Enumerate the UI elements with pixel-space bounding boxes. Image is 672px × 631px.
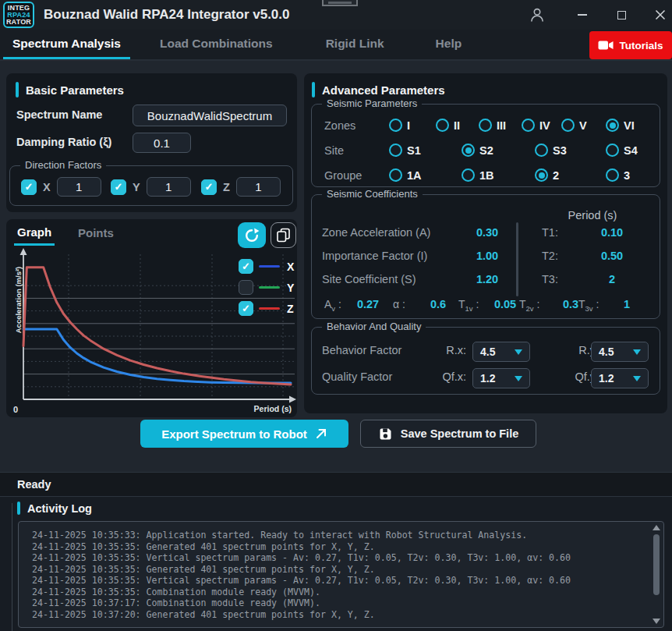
- radio-site-s4[interactable]: [606, 144, 619, 157]
- chevron-down-icon: [633, 349, 641, 355]
- log-line: 24-11-2025 10:35:35: Combination module …: [32, 587, 645, 598]
- log-scrollbar[interactable]: [652, 523, 661, 626]
- radio-option-site-s2[interactable]: S2: [462, 144, 493, 157]
- dropdown-qf-x-[interactable]: 1.2: [472, 368, 530, 388]
- coefficient-label: Site Coefficient (S): [322, 273, 416, 285]
- vcoef-label-t1v: T1v :: [458, 298, 479, 313]
- scroll-down-icon[interactable]: [653, 619, 660, 624]
- save-spectrum-button[interactable]: Save Spectrum to File: [360, 420, 536, 448]
- radio-zones-iv[interactable]: [522, 119, 535, 132]
- save-label: Save Spectrum to File: [401, 427, 519, 440]
- radio-zones-vi[interactable]: [606, 119, 619, 132]
- radio-option-groupe-1b[interactable]: 1B: [462, 168, 494, 182]
- scroll-thumb[interactable]: [653, 534, 660, 595]
- refresh-chart-button[interactable]: [238, 222, 266, 248]
- legend-row-x: ✓X: [239, 259, 294, 274]
- radio-groupe-2[interactable]: [535, 168, 548, 182]
- status-text: Ready: [17, 478, 51, 491]
- close-button[interactable]: [647, 0, 672, 30]
- activity-log-section: Activity Log 24-11-2025 10:35:33: Applic…: [0, 497, 672, 631]
- coefficient-value: 0.30: [460, 226, 515, 239]
- radio-site-s1[interactable]: [389, 144, 402, 157]
- period-value: 2: [581, 273, 643, 285]
- period-title: Period (s): [534, 209, 651, 222]
- radio-option-groupe-2[interactable]: 2: [535, 168, 559, 182]
- direction-factor-input-x[interactable]: 1: [57, 177, 101, 197]
- direction-factor-input-y[interactable]: 1: [147, 177, 191, 197]
- radio-option-groupe-3[interactable]: 3: [606, 168, 630, 182]
- radio-site-s3[interactable]: [535, 144, 548, 157]
- direction-checkbox-y[interactable]: ✓: [111, 179, 126, 195]
- tab-points[interactable]: Points: [78, 226, 114, 239]
- activity-log-title: Activity Log: [27, 502, 92, 515]
- radio-option-zones-vi[interactable]: VI: [606, 119, 635, 132]
- advanced-parameters-card: Advanced Parameters Seismic Parameters Z…: [304, 73, 667, 413]
- coefficient-row-site-coefficient-s-: Site Coefficient (S)1.20: [312, 273, 515, 290]
- logo-line-3: RATOR: [6, 19, 31, 26]
- scroll-up-icon[interactable]: [653, 525, 660, 530]
- radio-zones-i[interactable]: [389, 119, 402, 132]
- radio-zones-v[interactable]: [561, 119, 575, 132]
- radio-option-zones-i[interactable]: I: [389, 119, 410, 132]
- copy-chart-button[interactable]: [271, 222, 296, 248]
- direction-factor-input-z[interactable]: 1: [236, 177, 281, 197]
- tab-help[interactable]: Help: [426, 30, 472, 59]
- radio-groupe-1b[interactable]: [462, 168, 475, 182]
- radio-option-zones-iv[interactable]: IV: [522, 119, 550, 132]
- legend-label: Z: [287, 303, 294, 315]
- direction-checkbox-z[interactable]: ✓: [201, 179, 217, 195]
- period-label: T1:: [542, 226, 558, 239]
- tab-rigid-link[interactable]: Rigid Link: [317, 30, 394, 59]
- radio-option-site-s3[interactable]: S3: [535, 144, 567, 157]
- radio-option-zones-iii[interactable]: III: [479, 119, 506, 132]
- legend-label: X: [287, 261, 294, 273]
- direction-checkbox-x[interactable]: ✓: [21, 179, 37, 195]
- basic-parameters-title: Basic Parameters: [26, 83, 124, 97]
- tab-load-combinations[interactable]: Load Combinations: [150, 30, 282, 59]
- radio-option-site-s1[interactable]: S1: [389, 144, 421, 157]
- radio-site-s2[interactable]: [462, 144, 475, 157]
- copy-icon: [276, 228, 291, 243]
- export-spectrum-button[interactable]: Export Spectrum to Robot: [140, 420, 348, 448]
- damping-ratio-input[interactable]: 0.1: [133, 133, 191, 153]
- activity-log-box[interactable]: 24-11-2025 10:35:33: Application started…: [18, 521, 664, 628]
- radio-zones-iii[interactable]: [479, 119, 492, 132]
- series-x: [23, 329, 291, 383]
- seismic-coefficients-title: Seismic Coefficients: [322, 188, 423, 200]
- period-label: T2:: [542, 250, 558, 262]
- radio-option-zones-v[interactable]: V: [561, 119, 587, 132]
- period-row-t2-: T2:0.50: [534, 250, 659, 267]
- period-row-t1-: T1:0.10: [534, 226, 659, 243]
- radio-groupe-3[interactable]: [606, 168, 619, 182]
- radio-dot: [465, 147, 472, 154]
- tab-spectrum-analysis[interactable]: Spectrum Analysis: [3, 30, 130, 59]
- radio-option-zones-ii[interactable]: II: [436, 119, 460, 132]
- basic-parameters-card: Basic Parameters Spectrum Name BouznadWa…: [6, 73, 297, 212]
- maximize-button[interactable]: [608, 0, 635, 30]
- coefficient-value: 1.20: [460, 273, 515, 285]
- legend-row-z: ✓Z: [239, 301, 294, 316]
- direction-axis-label: Z: [223, 181, 230, 193]
- dropdown-r-x-[interactable]: 4.5: [472, 342, 530, 362]
- legend-checkbox-x[interactable]: ✓: [239, 259, 253, 274]
- direction-factor-y: ✓Y1: [111, 177, 191, 197]
- vcoef-value--: 0.6: [418, 298, 458, 310]
- seismic-row-groupe: Groupe1A1B23: [322, 168, 653, 186]
- minimize-button[interactable]: [569, 0, 596, 30]
- spectrum-name-input[interactable]: BouznadWalidSpectrum: [133, 105, 287, 126]
- seismic-row-zones: ZonesIIIIIIIVVVI: [322, 119, 653, 136]
- radio-groupe-1a[interactable]: [389, 168, 402, 182]
- dropdown-r-y-[interactable]: 4.5: [591, 342, 649, 362]
- legend-checkbox-y[interactable]: [239, 280, 253, 295]
- radio-zones-ii[interactable]: [436, 119, 449, 132]
- radio-option-groupe-1a[interactable]: 1A: [389, 168, 422, 182]
- log-line: 24-11-2025 10:35:35: Vertical spectrum p…: [32, 575, 645, 587]
- dropdown-qf-y-[interactable]: 1.2: [591, 368, 649, 388]
- radio-option-site-s4[interactable]: S4: [606, 144, 638, 157]
- radio-label: I: [407, 119, 410, 132]
- legend-checkbox-z[interactable]: ✓: [239, 301, 253, 316]
- export-label: Export Spectrum to Robot: [161, 427, 307, 441]
- accent-bar: [312, 82, 315, 97]
- tutorials-button[interactable]: Tutorials: [589, 31, 672, 59]
- user-account-button[interactable]: [524, 0, 550, 30]
